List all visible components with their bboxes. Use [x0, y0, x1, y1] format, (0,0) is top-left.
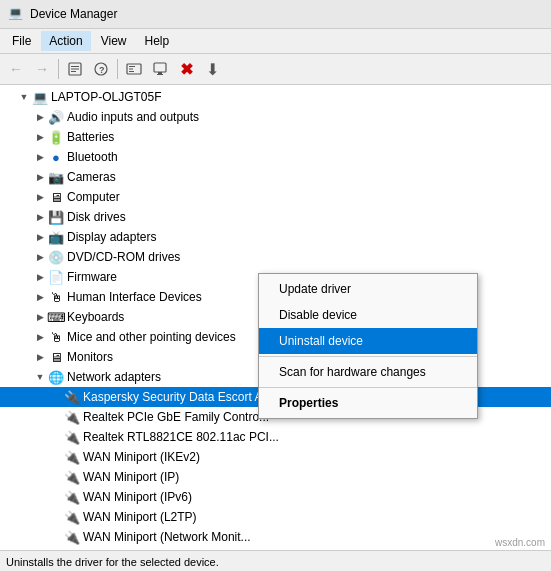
ti-icon-hid: 🖱	[48, 289, 64, 305]
tree-item-cameras[interactable]: ▶ 📷 Cameras	[0, 167, 551, 187]
ctx-properties[interactable]: Properties	[259, 390, 477, 416]
toolbar-properties-btn[interactable]	[63, 57, 87, 81]
tree-root-label: LAPTOP-OLJGT05F	[51, 90, 161, 104]
svg-rect-7	[129, 66, 135, 67]
svg-rect-1	[71, 66, 79, 67]
svg-rect-9	[129, 71, 134, 72]
tree-item-wan-netmon[interactable]: 🔌 WAN Miniport (Network Monit...	[0, 527, 551, 547]
status-bar: Uninstalls the driver for the selected d…	[0, 550, 551, 571]
ti-label-kbd: Keyboards	[67, 310, 124, 324]
ti-icon-firm: 📄	[48, 269, 64, 285]
tree-item-dvd[interactable]: ▶ 💿 DVD/CD-ROM drives	[0, 247, 551, 267]
tree-item-wan-ipv6[interactable]: 🔌 WAN Miniport (IPv6)	[0, 487, 551, 507]
ti-label-disk: Disk drives	[67, 210, 126, 224]
ti-label-cam: Cameras	[67, 170, 116, 184]
ti-icon-batt: 🔋	[48, 129, 64, 145]
ti-label-wan1: WAN Miniport (IKEv2)	[83, 450, 200, 464]
menu-action[interactable]: Action	[41, 31, 90, 51]
ti-label-disp: Display adapters	[67, 230, 156, 244]
ti-label-net: Network adapters	[67, 370, 161, 384]
toolbar-scan-btn[interactable]	[122, 57, 146, 81]
toolbar-help-btn[interactable]: ?	[89, 57, 113, 81]
svg-text:?: ?	[99, 65, 105, 75]
toolbar-install-btn[interactable]: ⬇	[200, 57, 224, 81]
title-bar-text: Device Manager	[30, 7, 117, 21]
ti-label-wan3: WAN Miniport (IPv6)	[83, 490, 192, 504]
menu-view[interactable]: View	[93, 31, 135, 51]
ti-label-wan5: WAN Miniport (Network Monit...	[83, 530, 251, 544]
ti-label-firm: Firmware	[67, 270, 117, 284]
ti-label-bt: Bluetooth	[67, 150, 118, 164]
svg-rect-11	[157, 74, 163, 75]
ti-icon-wan3: 🔌	[64, 489, 80, 505]
ctx-sep-2	[259, 387, 477, 388]
ti-label-dvd: DVD/CD-ROM drives	[67, 250, 180, 264]
menu-help[interactable]: Help	[137, 31, 178, 51]
ti-icon-wan2: 🔌	[64, 469, 80, 485]
ctx-scan-hardware[interactable]: Scan for hardware changes	[259, 359, 477, 385]
svg-rect-8	[129, 69, 133, 70]
menu-bar: File Action View Help	[0, 29, 551, 54]
ti-label-mice: Mice and other pointing devices	[67, 330, 236, 344]
context-menu: Update driver Disable device Uninstall d…	[258, 273, 478, 419]
ti-icon-kasp: 🔌	[64, 389, 80, 405]
ti-label-batt: Batteries	[67, 130, 114, 144]
ti-label-hid: Human Interface Devices	[67, 290, 202, 304]
main-content: ▼ 💻 LAPTOP-OLJGT05F ▶ 🔊 Audio inputs and…	[0, 85, 551, 550]
ctx-update-driver[interactable]: Update driver	[259, 276, 477, 302]
ctx-uninstall-device[interactable]: Uninstall device	[259, 328, 477, 354]
toolbar-back-btn[interactable]: ←	[4, 57, 28, 81]
ti-icon-kbd: ⌨	[48, 309, 64, 325]
svg-rect-3	[71, 71, 76, 72]
toolbar-sep-1	[58, 59, 59, 79]
title-bar: 💻 Device Manager	[0, 0, 551, 29]
svg-rect-12	[158, 72, 162, 74]
toolbar-sep-2	[117, 59, 118, 79]
ctx-disable-device[interactable]: Disable device	[259, 302, 477, 328]
ti-icon-mice: 🖱	[48, 329, 64, 345]
tree-item-wan-ip[interactable]: 🔌 WAN Miniport (IP)	[0, 467, 551, 487]
ti-icon-comp: 🖥	[48, 189, 64, 205]
toolbar-uninstall-btn[interactable]: ✖	[174, 57, 198, 81]
tree-item-realtek2[interactable]: 🔌 Realtek RTL8821CE 802.11ac PCI...	[0, 427, 551, 447]
ti-label-rtk2: Realtek RTL8821CE 802.11ac PCI...	[83, 430, 279, 444]
ti-label-wan2: WAN Miniport (IP)	[83, 470, 179, 484]
ctx-sep-1	[259, 356, 477, 357]
ti-icon-wan1: 🔌	[64, 449, 80, 465]
ti-icon-rtk2: 🔌	[64, 429, 80, 445]
tree-item-wan-ikev2[interactable]: 🔌 WAN Miniport (IKEv2)	[0, 447, 551, 467]
title-bar-icon: 💻	[8, 6, 24, 22]
ti-icon-wan5: 🔌	[64, 529, 80, 545]
toolbar-forward-btn[interactable]: →	[30, 57, 54, 81]
tree-item-batteries[interactable]: ▶ 🔋 Batteries	[0, 127, 551, 147]
svg-rect-10	[154, 63, 166, 72]
toolbar-update-btn[interactable]	[148, 57, 172, 81]
ti-icon-mon: 🖥	[48, 349, 64, 365]
ti-label-mon: Monitors	[67, 350, 113, 364]
tree-item-computer[interactable]: ▶ 🖥 Computer	[0, 187, 551, 207]
tree-item-disk[interactable]: ▶ 💾 Disk drives	[0, 207, 551, 227]
ti-icon-wan4: 🔌	[64, 509, 80, 525]
tree-item-wan-pppoe[interactable]: 🔌 WAN Miniport (PPPOE)	[0, 547, 551, 550]
ti-icon-rtk1: 🔌	[64, 409, 80, 425]
tree-item-display[interactable]: ▶ 📺 Display adapters	[0, 227, 551, 247]
ti-exp[interactable]: ▶	[32, 109, 48, 125]
tree-item-bluetooth[interactable]: ▶ ● Bluetooth	[0, 147, 551, 167]
tree-root-icon: 💻	[32, 89, 48, 105]
ti-label: Audio inputs and outputs	[67, 110, 199, 124]
ti-icon-net: 🌐	[48, 369, 64, 385]
menu-file[interactable]: File	[4, 31, 39, 51]
ti-icon-disp: 📺	[48, 229, 64, 245]
ti-icon-disk: 💾	[48, 209, 64, 225]
tree-item-audio[interactable]: ▶ 🔊 Audio inputs and outputs	[0, 107, 551, 127]
ti-icon-cam: 📷	[48, 169, 64, 185]
ti-label-rtk1: Realtek PCIe GbE Family Contro...	[83, 410, 269, 424]
ti-label-wan4: WAN Miniport (L2TP)	[83, 510, 197, 524]
tree-root-expander[interactable]: ▼	[16, 89, 32, 105]
tree-root[interactable]: ▼ 💻 LAPTOP-OLJGT05F	[0, 87, 551, 107]
tree-item-wan-l2tp[interactable]: 🔌 WAN Miniport (L2TP)	[0, 507, 551, 527]
ti-icon-wan6: 🔌	[64, 549, 80, 550]
ti-label-comp: Computer	[67, 190, 120, 204]
status-text: Uninstalls the driver for the selected d…	[6, 556, 219, 568]
ti-icon-dvd: 💿	[48, 249, 64, 265]
